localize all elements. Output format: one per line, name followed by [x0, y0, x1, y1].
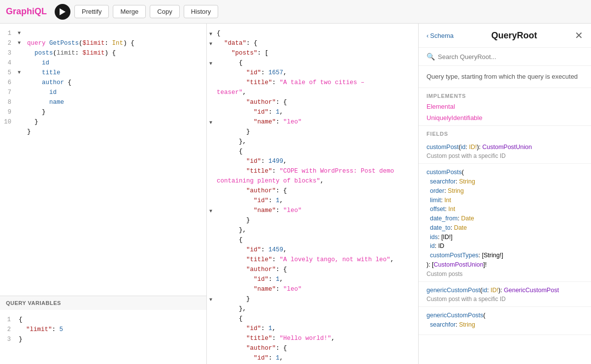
- copy-button[interactable]: Copy: [150, 5, 179, 18]
- query-vars-editor[interactable]: 123 { "limit": 5 }: [0, 310, 206, 364]
- field-genericcustompost-signature[interactable]: genericCustomPost(id: ID!): GenericCusto…: [427, 286, 583, 295]
- field-item-genericcustompost: genericCustomPost(id: ID!): GenericCusto…: [419, 282, 591, 307]
- gutter-arrow-3: [15, 48, 23, 58]
- field-customposts-signature[interactable]: customPosts( searchfor: String order: St…: [427, 168, 583, 269]
- chevron-left-icon: ‹: [427, 32, 428, 39]
- gutter-arrow-1[interactable]: ▼: [15, 29, 23, 38]
- implements-elemental[interactable]: Elemental: [419, 101, 591, 112]
- gutter-arrow-10: [15, 117, 23, 127]
- gutter-arrow-5[interactable]: ▼: [15, 68, 23, 78]
- history-button[interactable]: History: [184, 5, 218, 18]
- vars-code-content[interactable]: { "limit": 5 }: [15, 310, 67, 349]
- field-item-customppost: customPost(id: ID!): CustomPostUnion Cus…: [419, 139, 591, 164]
- gutter-arrow-9: [15, 107, 23, 117]
- app-title: GraphiQL: [6, 6, 47, 17]
- schema-search-input[interactable]: [438, 53, 583, 61]
- implements-uniquelyidentifiable[interactable]: UniquelyIdentifiable: [419, 112, 591, 123]
- left-panel: 12345678910 ▼ ▼ ▼ query GetPosts($limit:: [0, 24, 207, 364]
- implements-section-title: IMPLEMENTS: [419, 88, 591, 101]
- query-editor[interactable]: 12345678910 ▼ ▼ ▼ query GetPosts($limit:: [0, 24, 206, 296]
- gutter-arrow-8: [15, 97, 23, 107]
- schema-back-link[interactable]: ‹ Schema: [427, 32, 454, 39]
- merge-button[interactable]: Merge: [113, 5, 146, 18]
- code-content[interactable]: query GetPosts($limit: Int) { posts(limi…: [23, 24, 138, 142]
- field-item-genericcustomposts: genericCustomPosts( searchfor: String: [419, 307, 591, 335]
- field-custompost-signature[interactable]: customPost(id: ID!): CustomPostUnion: [427, 143, 583, 152]
- schema-back-label: Schema: [430, 32, 454, 39]
- gutter-arrow-7: [15, 88, 23, 97]
- gutter-arrow-2[interactable]: ▼: [15, 38, 23, 48]
- result-code-content[interactable]: { "data": { "posts": [ { "id": 1657, "ti…: [215, 24, 398, 364]
- schema-panel: ‹ Schema QueryRoot ✕ 🔍 Query type, start…: [419, 24, 591, 364]
- field-custompost-desc: Custom post with a specific ID: [427, 152, 583, 159]
- line-numbers: 12345678910: [0, 24, 15, 142]
- header: GraphiQL Prettify Merge Copy History: [0, 0, 591, 24]
- fields-section-title: FIELDS: [419, 126, 591, 139]
- field-genericcustompost-desc: Custom post with a specific ID: [427, 296, 583, 303]
- query-vars-header: QUERY VARIABLES: [0, 296, 206, 310]
- search-box-wrap: 🔍: [419, 48, 591, 66]
- field-item-customposts: customPosts( searchfor: String order: St…: [419, 164, 591, 281]
- main-layout: 12345678910 ▼ ▼ ▼ query GetPosts($limit:: [0, 24, 591, 364]
- vars-line-numbers: 123: [0, 310, 15, 349]
- fields-section: FIELDS customPost(id: ID!): CustomPostUn…: [419, 125, 591, 335]
- run-button[interactable]: [55, 4, 70, 20]
- schema-close-button[interactable]: ✕: [575, 30, 583, 41]
- svg-marker-0: [60, 8, 66, 15]
- result-panel[interactable]: ▼ ▼ ▼ ▼ ▼: [207, 24, 419, 364]
- schema-header: ‹ Schema QueryRoot ✕: [419, 24, 591, 48]
- field-customposts-desc: Custom posts: [427, 271, 583, 277]
- gutter-arrow-4: [15, 58, 23, 68]
- schema-title: QueryRoot: [458, 30, 571, 41]
- result-gutter: ▼ ▼ ▼ ▼ ▼: [207, 24, 215, 364]
- prettify-button[interactable]: Prettify: [74, 5, 109, 18]
- search-icon: 🔍: [427, 53, 435, 61]
- gutter-arrow-6: [15, 78, 23, 88]
- field-genericcustomposts-signature[interactable]: genericCustomPosts( searchfor: String: [427, 311, 583, 330]
- schema-description: Query type, starting from which the quer…: [419, 66, 591, 88]
- gutter: ▼ ▼ ▼: [15, 24, 23, 142]
